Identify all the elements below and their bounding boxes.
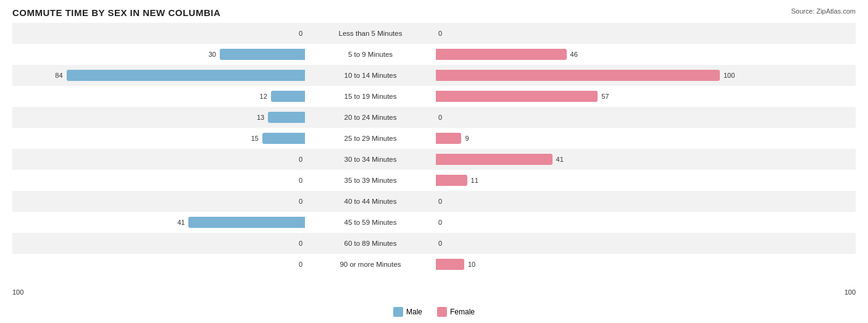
legend-male-label: Male — [406, 308, 422, 316]
bar-male — [67, 70, 305, 81]
value-female: 0 — [438, 30, 442, 37]
left-section: 0 — [12, 170, 309, 191]
right-section: 0 — [432, 23, 728, 44]
bar-female — [436, 49, 567, 60]
value-male: 84 — [55, 72, 62, 79]
bar-female — [436, 175, 467, 186]
value-female: 0 — [438, 240, 442, 247]
row-label: 35 to 39 Minutes — [309, 177, 432, 184]
bar-male — [220, 49, 305, 60]
left-section: 0 — [12, 254, 309, 275]
axis-right: 100 — [845, 288, 856, 296]
row-label: 90 or more Minutes — [309, 261, 432, 268]
value-female: 46 — [570, 51, 578, 58]
axis-left: 100 — [12, 288, 23, 296]
value-male: 15 — [251, 135, 259, 142]
table-row: 030 to 34 Minutes41 — [12, 149, 856, 170]
right-section: 100 — [432, 65, 728, 86]
row-label: 25 to 29 Minutes — [309, 135, 432, 142]
left-section: 30 — [12, 44, 309, 65]
table-row: 4145 to 59 Minutes0 — [12, 212, 856, 233]
value-female: 57 — [601, 93, 609, 100]
row-label: 60 to 89 Minutes — [309, 240, 432, 247]
value-female: 11 — [471, 177, 478, 184]
value-male: 0 — [299, 177, 303, 184]
value-female: 9 — [465, 135, 469, 142]
value-male: 0 — [299, 240, 303, 247]
right-section: 0 — [432, 107, 728, 128]
value-female: 41 — [556, 156, 564, 163]
right-section: 9 — [432, 128, 728, 149]
row-label: 5 to 9 Minutes — [309, 51, 432, 58]
left-section: 0 — [12, 23, 309, 44]
row-label: 10 to 14 Minutes — [309, 72, 432, 79]
table-row: 8410 to 14 Minutes100 — [12, 65, 856, 86]
rows-wrapper: 0Less than 5 Minutes0305 to 9 Minutes468… — [12, 23, 856, 275]
table-row: 035 to 39 Minutes11 — [12, 170, 856, 191]
value-female: 10 — [468, 261, 475, 268]
left-section: 84 — [12, 65, 309, 86]
bar-male — [188, 217, 305, 228]
table-row: 090 or more Minutes10 — [12, 254, 856, 275]
row-label: 45 to 59 Minutes — [309, 219, 432, 226]
bar-male — [271, 91, 305, 102]
left-section: 41 — [12, 212, 309, 233]
legend: Male Female — [393, 307, 475, 317]
bar-female — [436, 70, 720, 81]
right-section: 57 — [432, 86, 728, 107]
source-label: Source: ZipAtlas.com — [791, 7, 856, 15]
chart-container: COMMUTE TIME BY SEX IN NEW COLUMBIA Sour… — [0, 0, 868, 323]
chart-title: COMMUTE TIME BY SEX IN NEW COLUMBIA — [12, 7, 856, 18]
value-male: 0 — [299, 198, 303, 205]
bar-female — [436, 91, 598, 102]
left-section: 0 — [12, 191, 309, 212]
bar-male — [262, 133, 305, 144]
left-section: 0 — [12, 233, 309, 254]
left-section: 15 — [12, 128, 309, 149]
bar-female — [436, 259, 464, 270]
row-label: 30 to 34 Minutes — [309, 156, 432, 163]
left-section: 12 — [12, 86, 309, 107]
right-section: 0 — [432, 212, 728, 233]
legend-male-box — [393, 307, 403, 317]
row-label: Less than 5 Minutes — [309, 30, 432, 37]
bar-female — [436, 154, 553, 165]
value-female: 0 — [438, 114, 442, 121]
value-male: 12 — [260, 93, 267, 100]
legend-female-label: Female — [450, 308, 475, 316]
value-male: 0 — [299, 30, 303, 37]
table-row: 1215 to 19 Minutes57 — [12, 86, 856, 107]
right-section: 0 — [432, 191, 728, 212]
legend-female: Female — [437, 307, 475, 317]
value-female: 0 — [438, 219, 442, 226]
value-male: 13 — [257, 114, 264, 121]
row-label: 20 to 24 Minutes — [309, 114, 432, 121]
table-row: 1525 to 29 Minutes9 — [12, 128, 856, 149]
value-male: 0 — [299, 156, 303, 163]
right-section: 11 — [432, 170, 728, 191]
right-section: 10 — [432, 254, 728, 275]
value-female: 100 — [724, 72, 735, 79]
right-section: 46 — [432, 44, 728, 65]
legend-female-box — [437, 307, 447, 317]
table-row: 0Less than 5 Minutes0 — [12, 23, 856, 44]
value-female: 0 — [438, 198, 442, 205]
table-row: 1320 to 24 Minutes0 — [12, 107, 856, 128]
table-row: 040 to 44 Minutes0 — [12, 191, 856, 212]
value-male: 41 — [177, 219, 185, 226]
right-section: 41 — [432, 149, 728, 170]
table-row: 305 to 9 Minutes46 — [12, 44, 856, 65]
left-section: 13 — [12, 107, 309, 128]
left-section: 0 — [12, 149, 309, 170]
right-section: 0 — [432, 233, 728, 254]
legend-male: Male — [393, 307, 422, 317]
row-label: 40 to 44 Minutes — [309, 198, 432, 205]
bar-male — [268, 112, 305, 123]
value-male: 30 — [209, 51, 216, 58]
table-row: 060 to 89 Minutes0 — [12, 233, 856, 254]
row-label: 15 to 19 Minutes — [309, 93, 432, 100]
value-male: 0 — [299, 261, 303, 268]
bar-female — [436, 133, 461, 144]
